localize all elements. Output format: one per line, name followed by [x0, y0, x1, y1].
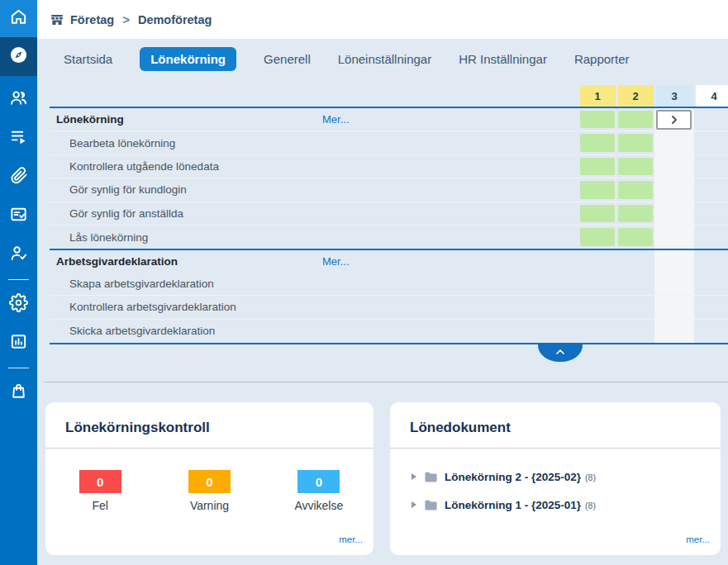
- checklist-section-row: LönekörningMer...: [50, 108, 728, 131]
- tab-rapporter[interactable]: Rapporter: [574, 52, 630, 66]
- stat-value-badge: 0: [79, 470, 121, 493]
- done-status-cell: [618, 111, 653, 128]
- checklist-cell-col4: [694, 202, 728, 225]
- checklist-cell-col1: [578, 178, 616, 201]
- sidebar-item-home[interactable]: [0, 0, 37, 37]
- sidebar-item-payroll[interactable]: [0, 37, 37, 76]
- checklist-cell-col1: [578, 296, 616, 318]
- checklist-item-row: Gör synlig för anställda: [50, 202, 728, 226]
- sidebar-divider: [8, 279, 29, 280]
- tab-bar: StartsidaLönekörningGenerellLöneinställn…: [37, 39, 728, 79]
- document-folder-label: Lönekörning 2 - {2025-02}: [445, 471, 581, 483]
- folder-icon: [424, 471, 445, 483]
- item-label: Skapa arbetsgivardeklaration: [50, 278, 214, 290]
- documents-tree: Lönekörning 2 - {2025-02}(8)Lönekörning …: [390, 467, 721, 515]
- tab-generell[interactable]: Generell: [264, 52, 311, 66]
- checklist-cell-col3: [654, 131, 694, 154]
- item-label: Kontrollera arbetsgivardeklaration: [50, 301, 236, 313]
- done-status-cell: [580, 181, 615, 198]
- stat-varning: 0Varning: [155, 470, 264, 512]
- done-status-cell: [618, 158, 653, 175]
- documents-title: Lönedokument: [390, 402, 721, 436]
- checklist-cell-col4: [694, 250, 728, 272]
- checklist-cell-col1: [578, 273, 616, 295]
- checklist-item-row: Kontrollera utgående lönedata: [50, 155, 728, 178]
- document-folder-row[interactable]: Lönekörning 1 - {2025-01}(8): [412, 495, 721, 515]
- document-folder-row[interactable]: Lönekörning 2 - {2025-02}(8): [412, 467, 721, 487]
- breadcrumb-separator-icon: >: [120, 12, 132, 26]
- tab-startsida[interactable]: Startsida: [64, 52, 112, 66]
- chevron-right-icon: [673, 116, 676, 123]
- checklist-item-row: Skicka arbetsgivardeklaration: [50, 320, 728, 343]
- compass-icon: [9, 45, 28, 68]
- checklist-cell-col1: [578, 226, 616, 249]
- column-header-3: 3: [656, 85, 693, 107]
- checklist-cell-col1: [578, 250, 616, 272]
- item-label: Gör synlig för kundlogin: [50, 183, 187, 196]
- sidebar-divider: [8, 368, 29, 368]
- section-divider: [44, 382, 728, 382]
- app-window: Företag > Demoföretag StartsidaLönekörni…: [0, 0, 728, 565]
- documents-card: Lönedokument Lönekörning 2 - {2025-02}(8…: [390, 402, 721, 555]
- checklist-item-row: Lås lönekörning: [50, 226, 728, 249]
- home-icon: [9, 7, 28, 30]
- sidebar-item-checklist[interactable]: [0, 197, 37, 235]
- sidebar: [0, 0, 37, 565]
- tab-loneinstallningar[interactable]: Löneinställningar: [338, 52, 431, 66]
- checklist-cell-col4: [694, 226, 728, 249]
- dashboard-cards: Lönekörningskontroll 0Fel0Varning0Avvike…: [45, 402, 721, 555]
- checklist-cell-col4: [694, 320, 728, 343]
- stat-label: Avvikelse: [294, 499, 343, 512]
- section-more-link[interactable]: Mer...: [322, 255, 350, 268]
- checklist-item-row: Skapa arbetsgivardeklaration: [50, 273, 728, 296]
- document-count: (8): [585, 472, 596, 482]
- checklist-cell-col3: [654, 108, 694, 131]
- expander-triangle-icon[interactable]: [412, 501, 416, 508]
- column-header-2: 2: [618, 85, 654, 107]
- checklist-cell-col2: [616, 178, 654, 201]
- documents-more-link[interactable]: mer...: [686, 534, 710, 544]
- checklist-cell-col1: [578, 202, 616, 225]
- checklist-cell-col2: [616, 296, 654, 318]
- column-header-1: 1: [580, 85, 616, 107]
- user-check-icon: [9, 244, 28, 266]
- stat-avvikelse: 0Avvikelse: [264, 470, 374, 512]
- tab-lonekorning[interactable]: Lönekörning: [140, 47, 236, 71]
- payroll-checklist-table: 1234 LönekörningMer...Bearbeta lönekörni…: [37, 79, 728, 344]
- breadcrumb-root[interactable]: Företag: [70, 13, 114, 26]
- checklist-cell-col4: [694, 296, 728, 318]
- checklist-section-row: ArbetsgivardeklarationMer...: [50, 249, 728, 272]
- item-label: Lås lönekörning: [50, 231, 148, 244]
- checklist-cell-col1: [578, 155, 616, 178]
- sidebar-item-people[interactable]: [0, 80, 37, 119]
- checklist-cell-col3: [654, 320, 694, 343]
- stat-label: Varning: [190, 499, 229, 512]
- open-period-button[interactable]: [656, 110, 692, 130]
- section-more-link[interactable]: Mer...: [322, 113, 350, 126]
- checklist-item-row: Kontrollera arbetsgivardeklaration: [50, 296, 728, 319]
- bar-chart-icon: [9, 332, 28, 354]
- document-folder-label: Lönekörning 1 - {2025-01}: [445, 499, 581, 511]
- paperclip-icon: [9, 166, 28, 188]
- stat-label: Fel: [92, 499, 107, 512]
- sidebar-item-settings[interactable]: [0, 285, 37, 324]
- item-label: Skicka arbetsgivardeklaration: [50, 325, 215, 337]
- checklist-cell-col3: [654, 155, 694, 178]
- tab-hr-installningar[interactable]: HR Inställningar: [459, 52, 547, 66]
- sidebar-item-attachments[interactable]: [0, 158, 37, 197]
- card-divider: [45, 448, 374, 449]
- sidebar-item-statistics[interactable]: [0, 324, 37, 363]
- document-count: (8): [585, 500, 596, 510]
- company-store-icon: [50, 12, 64, 27]
- chevron-up-icon: [554, 344, 567, 362]
- expander-triangle-icon[interactable]: [412, 473, 416, 480]
- checklist-cell-col2: [616, 202, 654, 225]
- breadcrumb-current: Demoföretag: [138, 13, 212, 26]
- checklist-cell-col3: [654, 178, 694, 201]
- collapse-table-button[interactable]: [538, 344, 583, 362]
- sidebar-item-shop[interactable]: [0, 373, 37, 412]
- sidebar-item-tasks[interactable]: [0, 119, 37, 158]
- payroll-check-more-link[interactable]: mer...: [339, 534, 363, 544]
- sidebar-item-approvals[interactable]: [0, 235, 37, 274]
- done-status-cell: [618, 134, 653, 151]
